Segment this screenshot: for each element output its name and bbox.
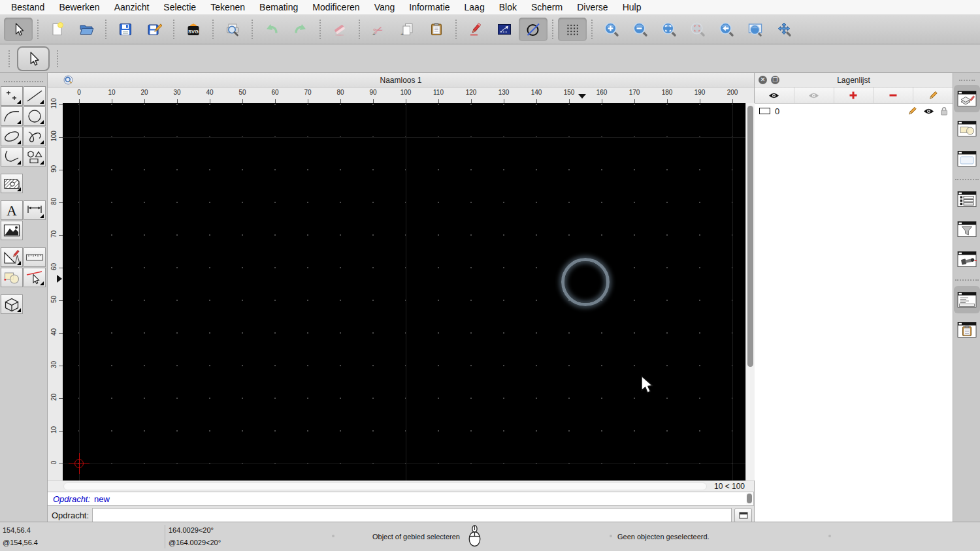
text-tool-button[interactable]: A <box>1 200 23 220</box>
absolute-coordinate: 154,56.4 <box>3 526 31 534</box>
snap-indicator-circle <box>561 258 610 306</box>
new-button[interactable] <box>43 18 72 41</box>
dock-toggle-command-line[interactable] <box>954 286 980 313</box>
menu-selectie[interactable]: Selectie <box>156 2 203 12</box>
vertical-scrollbar[interactable] <box>745 103 755 480</box>
image-tool-button[interactable] <box>1 221 23 240</box>
save-as-button[interactable] <box>140 18 169 41</box>
zoom-window-button[interactable] <box>741 18 770 41</box>
menu-diverse[interactable]: Diverse <box>570 2 615 12</box>
modify-tool-button[interactable] <box>1 268 23 287</box>
copy-button[interactable]: + <box>393 18 422 41</box>
palette-drag-handle[interactable] <box>4 81 43 82</box>
arc-tool-button[interactable] <box>1 106 23 126</box>
command-input[interactable] <box>92 508 732 522</box>
paste-button[interactable] <box>422 18 451 41</box>
circle-tool-button[interactable] <box>519 18 547 41</box>
dock-drag-handle[interactable] <box>959 80 975 81</box>
show-all-layers-button[interactable] <box>755 87 794 103</box>
draw-pencil-button[interactable] <box>461 18 490 41</box>
ellipse-tool-button[interactable] <box>1 127 23 146</box>
grid-major-line <box>732 103 733 480</box>
history-scrollbar[interactable] <box>746 493 753 505</box>
hide-all-layers-button[interactable] <box>794 87 834 103</box>
layer-row[interactable]: 0 <box>755 104 953 118</box>
menu-bestand[interactable]: Bestand <box>4 2 52 12</box>
menu-bemating[interactable]: Bemating <box>252 2 305 12</box>
float-panel-icon[interactable]: ❐ <box>771 76 779 84</box>
cut-button[interactable]: ✂+ <box>365 18 393 41</box>
select-arrow-button[interactable] <box>4 18 33 41</box>
history-scrollbar-thumb[interactable] <box>747 494 752 503</box>
hruler-label: 20 <box>140 89 148 96</box>
grid-major-line <box>79 103 80 480</box>
close-panel-icon[interactable]: ✕ <box>759 76 767 84</box>
measure-tool-button[interactable] <box>24 247 46 267</box>
pan-button[interactable] <box>770 18 798 41</box>
menu-vang[interactable]: Vang <box>367 2 402 12</box>
dock-toggle-layer-list[interactable] <box>954 85 980 112</box>
menu-aanzicht[interactable]: Aanzicht <box>107 2 157 12</box>
circle-tool-button[interactable] <box>24 106 46 126</box>
panel-dock-strip <box>953 73 980 522</box>
layer-edit-icon[interactable] <box>907 106 917 116</box>
dock-toggle-inspector[interactable] <box>954 245 980 273</box>
dock-toggle-view-list[interactable] <box>954 185 980 213</box>
select-rectangle-button[interactable] <box>490 18 519 41</box>
horizontal-scrollbar-thumb[interactable] <box>63 482 707 490</box>
menu-tekenen[interactable]: Tekenen <box>203 2 252 12</box>
menu-hulp[interactable]: Hulp <box>615 2 649 12</box>
zoom-out-button[interactable] <box>626 18 655 41</box>
dock-toggle-property-editor[interactable] <box>954 316 980 343</box>
dock-toggle-library-browser[interactable] <box>954 145 980 172</box>
current-tool-button[interactable] <box>17 46 50 71</box>
remove-layer-button[interactable] <box>874 87 913 103</box>
dimension-tool-button[interactable] <box>24 200 46 220</box>
menu-laag[interactable]: Laag <box>457 2 492 12</box>
solid-3d-tool-button[interactable] <box>1 294 23 314</box>
menu-scherm[interactable]: Scherm <box>524 2 570 12</box>
delete-button[interactable] <box>325 18 354 41</box>
shapes-tool-button[interactable] <box>24 147 46 166</box>
polyline-tool-button[interactable] <box>1 147 23 166</box>
undo-button[interactable] <box>257 18 286 41</box>
points-tool-button[interactable] <box>1 86 23 106</box>
zoom-previous-button[interactable] <box>712 18 741 41</box>
dock-toggle-selection-filter[interactable] <box>954 215 980 243</box>
redo-button[interactable] <box>286 18 315 41</box>
layer-color-swatch[interactable] <box>759 108 770 114</box>
grid-button[interactable] <box>558 18 587 41</box>
drawing-canvas[interactable] <box>63 103 745 480</box>
hatch-tool-button[interactable] <box>1 174 23 193</box>
print-preview-button[interactable] <box>218 18 247 41</box>
horizontal-scrollbar[interactable]: 10 < 100 <box>48 480 754 492</box>
menu-informatie[interactable]: Informatie <box>402 2 457 12</box>
save-button[interactable] <box>111 18 140 41</box>
hruler-label: 190 <box>694 89 706 96</box>
dock-toggle-block-list[interactable] <box>954 115 980 142</box>
zoom-auto-button[interactable] <box>655 18 683 41</box>
svg-text:A: A <box>7 202 17 219</box>
menu-modificeren[interactable]: Modificeren <box>305 2 367 12</box>
svg-export-button[interactable]: SVG <box>179 18 208 41</box>
add-layer-button[interactable] <box>834 87 874 103</box>
zoom-in-button[interactable] <box>597 18 626 41</box>
hruler-label: 50 <box>238 89 246 96</box>
spline-tool-button[interactable] <box>24 127 46 146</box>
draw-tools-tool-button[interactable] <box>1 247 23 267</box>
open-button[interactable] <box>72 18 101 41</box>
line-tool-button[interactable] <box>24 86 46 106</box>
edit-layer-button[interactable] <box>913 87 953 103</box>
menu-blok[interactable]: Blok <box>492 2 524 12</box>
trim-tool-button[interactable] <box>24 268 46 287</box>
layer-visible-icon[interactable] <box>923 108 934 115</box>
command-options-button[interactable] <box>734 508 752 523</box>
grid-major-line <box>63 137 745 138</box>
vertical-scrollbar-thumb[interactable] <box>747 106 753 367</box>
document-title-bar: Naamloos 1 <box>48 73 754 87</box>
layer-lock-icon[interactable] <box>940 106 948 116</box>
toolbar-separator <box>955 179 979 180</box>
vruler-label: 50 <box>50 293 57 306</box>
layer-name: 0 <box>775 106 779 116</box>
menu-bewerken[interactable]: Bewerken <box>52 2 106 12</box>
